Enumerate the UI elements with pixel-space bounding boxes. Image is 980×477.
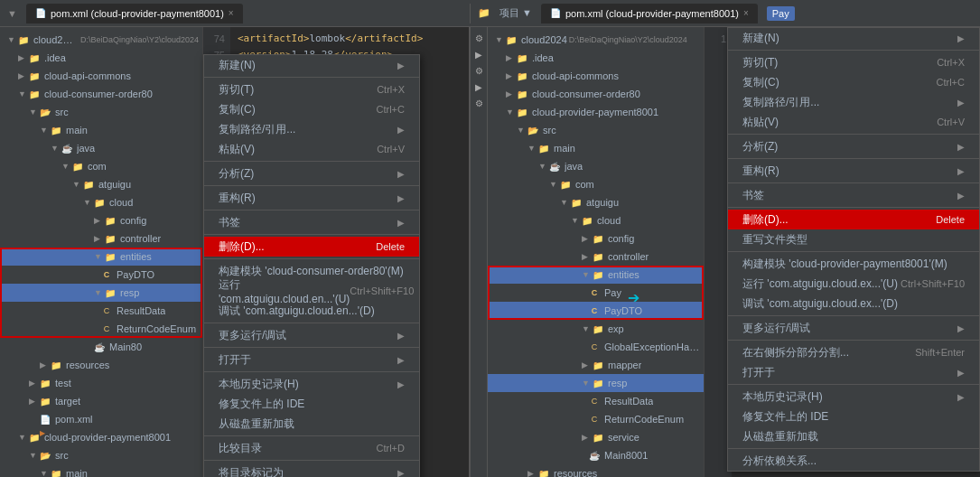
- tree-item-resources[interactable]: ▶ 📁 resources: [0, 356, 202, 374]
- r-menu-item-delete[interactable]: 删除(D)... Delete: [728, 210, 979, 229]
- tree-item-idea[interactable]: ▶ 📁 .idea: [0, 49, 202, 67]
- menu-item-reload[interactable]: 从磁盘重新加载: [204, 414, 419, 434]
- side-icon-1[interactable]: ⚙: [471, 31, 486, 45]
- tree-item-controller[interactable]: ▶ 📁 controller: [0, 229, 202, 248]
- r-menu-item-analyze-deps[interactable]: 分析依赖关系...: [728, 451, 979, 471]
- r-menu-item-bookmarks[interactable]: 书签 ▶: [728, 185, 979, 205]
- menu-item-cut[interactable]: 剪切(T) Ctrl+X: [204, 80, 419, 99]
- menu-item-refactor[interactable]: 重构(R) ▶: [204, 188, 419, 208]
- r-tree-item-api[interactable]: ▶ 📁 cloud-api-commons: [488, 67, 704, 85]
- menu-item-debug[interactable]: 调试 'com.atguigu.cloud.en...'(D): [204, 301, 419, 321]
- menu-item-bookmarks[interactable]: 书签 ▶: [204, 212, 419, 232]
- r-tree-item-config[interactable]: ▶ 📁 config: [488, 229, 704, 248]
- tree-item-cloud2024[interactable]: ▼ 📁 cloud2024 D:\BeiDaQingNiao\Y2\cloud2…: [0, 31, 202, 49]
- tree-item-atguigu[interactable]: ▼ 📁 atguigu: [0, 175, 202, 193]
- r-tree-item-cloud[interactable]: ▼ 📁 cloud: [488, 211, 704, 229]
- r-menu-item-paste[interactable]: 粘贴(V) Ctrl+V: [728, 112, 979, 132]
- r-menu-item-local-history[interactable]: 本地历史记录(H) ▶: [728, 387, 979, 407]
- r-tree-item-mapper[interactable]: ▶ 📁 mapper: [488, 356, 704, 374]
- tree-item-test[interactable]: ▶ 📁 test: [0, 374, 202, 392]
- r-menu-item-reload[interactable]: 从磁盘重新加载: [728, 426, 979, 446]
- menu-item-new[interactable]: 新建(N) ▶: [204, 55, 419, 75]
- r-menu-item-copy-path[interactable]: 复制路径/引用... ▶: [728, 92, 979, 112]
- r-menu-item-run[interactable]: 运行 'com.atguigu.cloud.ex...'(U) Ctrl+Shi…: [728, 274, 979, 294]
- tree-item-payment8001[interactable]: ▼ 📁▶ cloud-provider-payment8001: [0, 428, 202, 446]
- menu-item-analyze[interactable]: 分析(Z) ▶: [204, 164, 419, 183]
- menu-item-copy[interactable]: 复制(C) Ctrl+C: [204, 99, 419, 119]
- tree-item-Main80[interactable]: ☕ Main80: [0, 338, 202, 356]
- side-icon-4[interactable]: ▶: [471, 80, 486, 94]
- r-menu-item-more-run[interactable]: 更多运行/调试 ▶: [728, 318, 979, 338]
- tree-item-target[interactable]: ▶ 📁 target: [0, 392, 202, 410]
- menu-item-more-run[interactable]: 更多运行/调试 ▶: [204, 325, 419, 345]
- tree-item-ReturnCodeEnum[interactable]: C ReturnCodeEnum: [0, 320, 202, 338]
- r-tree-item-exp[interactable]: ▼ 📁 exp: [488, 320, 704, 338]
- menu-item-copy-path[interactable]: 复制路径/引用... ▶: [204, 119, 419, 139]
- r-menu-item-open-in[interactable]: 打开于 ▶: [728, 362, 979, 382]
- menu-item-compare-dir[interactable]: 比较目录 Ctrl+D: [204, 438, 419, 458]
- side-icon-5[interactable]: ⚙: [471, 96, 486, 110]
- r-tree-item-PayDTO[interactable]: C PayDTO: [488, 302, 704, 320]
- r-tree-item-idea[interactable]: ▶ 📁 .idea: [488, 49, 704, 67]
- tree-item-consumer-order80[interactable]: ▼ 📁 cloud-consumer-order80: [0, 85, 202, 103]
- tree-item-java[interactable]: ▼ ☕ java: [0, 139, 202, 157]
- tree-item-com[interactable]: ▼ 📁 com: [0, 157, 202, 175]
- tree-item-api-commons[interactable]: ▶ 📁 cloud-api-commons: [0, 67, 202, 85]
- r-tree-item-main[interactable]: ▼ 📁 main: [488, 139, 704, 157]
- tree-item-src[interactable]: ▼ 📂 src: [0, 103, 202, 121]
- menu-item-mark-dir[interactable]: 将目录标记为 ▶: [204, 463, 419, 477]
- r-tree-item-service[interactable]: ▶ 📁 service: [488, 428, 704, 446]
- r-tree-item-controller[interactable]: ▶ 📁 controller: [488, 248, 704, 266]
- r-menu-item-analyze[interactable]: 分析(Z) ▶: [728, 136, 979, 156]
- right-tab-close[interactable]: ×: [743, 8, 749, 18]
- r-tree-item-ResultData[interactable]: C ResultData: [488, 392, 704, 410]
- left-tab-pom[interactable]: 📄 pom.xml (cloud-provider-payment8001) ×: [26, 4, 243, 23]
- r-menu-item-fix-ide[interactable]: 修复文件上的 IDE: [728, 407, 979, 426]
- tree-item-entities[interactable]: ▼ 📁 entities: [0, 248, 202, 266]
- tree-item-main[interactable]: ▼ 📁 main: [0, 121, 202, 139]
- menu-item-run[interactable]: 运行 'com.atguigu.cloud.en...'(U) Ctrl+Shi…: [204, 281, 419, 301]
- r-tree-item-com[interactable]: ▼ 📁 com: [488, 175, 704, 193]
- tree-item-main2[interactable]: ▼ 📁 main: [0, 464, 202, 477]
- r-tree-item-payment[interactable]: ▼ 📁 cloud-provider-payment8001: [488, 103, 704, 121]
- pay-label[interactable]: Pay: [767, 6, 795, 21]
- tree-item-pom-left[interactable]: 📄 pom.xml: [0, 410, 202, 428]
- tree-item-ResultData[interactable]: C ResultData: [0, 302, 202, 320]
- r-tree-item-resp[interactable]: ▼ 📁 resp: [488, 374, 704, 392]
- tree-item-cloud[interactable]: ▼ 📁 cloud: [0, 193, 202, 211]
- tree-item-PayDTO[interactable]: C PayDTO: [0, 266, 202, 284]
- r-menu-item-build[interactable]: 构建模块 'cloud-provider-payment8001'(M): [728, 254, 979, 274]
- r-tree-item-ReturnCodeEnum[interactable]: C ReturnCodeEnum: [488, 410, 704, 428]
- r-tree-item-entities[interactable]: ▼ 📁 entities: [488, 266, 704, 284]
- menu-item-fix-ide[interactable]: 修复文件上的 IDE: [204, 394, 419, 414]
- tree-item-resp[interactable]: ▼ 📁 resp: [0, 284, 202, 302]
- left-tab-close[interactable]: ×: [229, 8, 234, 18]
- r-tree-item-Main8001[interactable]: ☕ Main8001: [488, 446, 704, 464]
- r-tree-item-src[interactable]: ▼ 📂 src: [488, 121, 704, 139]
- menu-item-delete[interactable]: 删除(D)... Delete: [204, 237, 419, 257]
- r-tree-item-Pay[interactable]: C Pay: [488, 284, 704, 302]
- r-menu-item-debug[interactable]: 调试 'com.atguigu.cloud.ex...'(D): [728, 294, 979, 313]
- r-menu-item-copy[interactable]: 复制(C) Ctrl+C: [728, 72, 979, 92]
- r-tree-item-GlobalExceptionHandler[interactable]: C GlobalExceptionHandler: [488, 338, 704, 356]
- r-menu-item-new[interactable]: 新建(N) ▶: [728, 28, 979, 48]
- tree-item-config[interactable]: ▶ 📁 config: [0, 211, 202, 229]
- r-tree-item-atguigu[interactable]: ▼ 📁 atguigu: [488, 193, 704, 211]
- r-menu-item-rewrite[interactable]: 重写文件类型: [728, 229, 979, 249]
- r-tree-item-consumer[interactable]: ▶ 📁 cloud-consumer-order80: [488, 85, 704, 103]
- r-menu-item-split[interactable]: 在右侧拆分部分分割... Shift+Enter: [728, 342, 979, 362]
- tree-item-src2[interactable]: ▼ 📂 src: [0, 446, 202, 464]
- menu-item-open-in[interactable]: 打开于 ▶: [204, 350, 419, 369]
- r-menu-item-refactor[interactable]: 重构(R) ▶: [728, 161, 979, 181]
- right-tab-pom[interactable]: 📄 pom.xml (cloud-provider-payment8001) ×: [541, 4, 758, 23]
- r-tree-item-cloud2024[interactable]: ▼ 📁 cloud2024 D:\BeiDaQingNiao\Y2\cloud2…: [488, 31, 704, 49]
- side-icon-3[interactable]: ⚙: [471, 63, 486, 78]
- side-icon-2[interactable]: ▶: [471, 47, 486, 61]
- right-project-label[interactable]: 项目 ▼: [499, 6, 532, 20]
- r-menu-arrow-analyze: ▶: [957, 142, 965, 152]
- r-menu-item-cut[interactable]: 剪切(T) Ctrl+X: [728, 52, 979, 72]
- r-tree-item-java[interactable]: ▼ ☕ java: [488, 157, 704, 175]
- r-tree-item-resources[interactable]: ▶ 📁 resources: [488, 464, 704, 477]
- menu-item-local-history[interactable]: 本地历史记录(H) ▶: [204, 374, 419, 394]
- menu-item-paste[interactable]: 粘贴(V) Ctrl+V: [204, 139, 419, 159]
